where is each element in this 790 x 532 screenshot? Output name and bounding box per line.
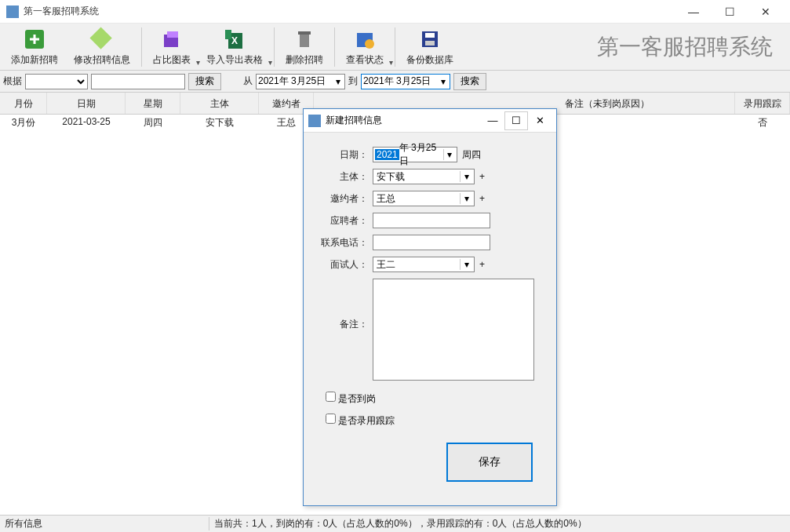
inviter-label: 邀约者： xyxy=(319,192,368,206)
window-title: 第一客服招聘系统 xyxy=(24,5,675,18)
applicant-input[interactable] xyxy=(373,213,490,228)
svg-rect-12 xyxy=(425,33,435,38)
remark-label: 备注： xyxy=(319,318,368,331)
svg-point-10 xyxy=(365,39,374,49)
inviter-select[interactable]: 王总▾ xyxy=(373,191,475,206)
add-icon xyxy=(22,27,47,52)
chart-button[interactable]: 占比图表 ▾ xyxy=(145,25,198,68)
svg-rect-5 xyxy=(225,30,231,39)
filter-by-select[interactable] xyxy=(25,74,88,89)
toolbar: 添加新招聘 修改招聘信息 占比图表 ▾ X 导入导出表格 ▾ 删除招聘 查看状态… xyxy=(0,24,790,71)
titlebar: 第一客服招聘系统 — ☐ ✕ xyxy=(0,0,790,24)
backup-db-button[interactable]: 备份数据库 xyxy=(399,25,461,68)
dialog-minimize-button[interactable]: — xyxy=(481,111,504,130)
dialog-close-button[interactable]: ✕ xyxy=(528,111,552,130)
chevron-down-icon[interactable]: ▾ xyxy=(389,58,393,67)
date-week: 周四 xyxy=(462,148,481,162)
status-info: 所有信息 xyxy=(5,517,209,530)
svg-text:X: X xyxy=(231,35,238,46)
filter-by-label: 根据 xyxy=(3,75,22,88)
excel-icon: X xyxy=(222,27,247,52)
dialog-title: 新建招聘信息 xyxy=(326,114,481,127)
date-to-select[interactable]: 2021年 3月25日▾ xyxy=(361,74,450,89)
close-button[interactable]: ✕ xyxy=(748,0,784,24)
brand-title: 第一客服招聘系统 xyxy=(461,32,787,62)
date-from-select[interactable]: 2021年 3月25日▾ xyxy=(256,74,345,89)
interviewer-label: 面试人： xyxy=(319,258,368,271)
inviter-add-button[interactable]: + xyxy=(479,193,485,204)
dialog-icon xyxy=(308,115,321,127)
date-label: 日期： xyxy=(319,148,368,162)
save-icon xyxy=(417,27,442,52)
svg-rect-1 xyxy=(89,27,111,49)
to-label: 到 xyxy=(348,75,358,88)
maximize-button[interactable]: ☐ xyxy=(712,0,748,24)
status-bar: 所有信息 当前共：1人，到岗的有：0人（占总人数的0%），录用跟踪的有：0人（占… xyxy=(0,515,790,532)
interviewer-add-button[interactable]: + xyxy=(479,259,485,270)
search-button-2[interactable]: 搜索 xyxy=(453,73,486,90)
col-month: 月份 xyxy=(0,93,47,114)
arrive-checkbox[interactable]: 是否到岗 xyxy=(326,392,541,406)
track-checkbox[interactable]: 是否录用跟踪 xyxy=(326,414,541,428)
svg-rect-7 xyxy=(300,35,309,47)
status-icon xyxy=(352,27,377,52)
svg-rect-13 xyxy=(425,41,435,46)
minimize-button[interactable]: — xyxy=(675,0,712,24)
filter-text-input[interactable] xyxy=(91,74,185,89)
svg-rect-8 xyxy=(298,31,311,35)
remark-textarea[interactable] xyxy=(373,279,534,381)
subject-add-button[interactable]: + xyxy=(479,171,485,182)
filter-bar: 根据 搜索 从 2021年 3月25日▾ 到 2021年 3月25日▾ 搜索 xyxy=(0,71,790,93)
svg-rect-3 xyxy=(167,31,178,38)
subject-label: 主体： xyxy=(319,170,368,184)
app-icon xyxy=(6,5,19,18)
new-recruit-dialog: 新建招聘信息 — ☐ ✕ 日期： 2021年 3月25日▾ 周四 主体： 安下载… xyxy=(303,108,557,506)
chevron-down-icon[interactable]: ▾ xyxy=(268,58,272,67)
phone-input[interactable] xyxy=(373,235,490,250)
col-track: 录用跟踪 xyxy=(735,93,790,114)
subject-select[interactable]: 安下载▾ xyxy=(373,169,475,184)
save-button[interactable]: 保存 xyxy=(446,443,533,482)
edit-recruit-button[interactable]: 修改招聘信息 xyxy=(66,25,138,68)
from-label: 从 xyxy=(243,75,253,88)
delete-recruit-button[interactable]: 删除招聘 xyxy=(278,25,331,68)
applicant-label: 应聘者： xyxy=(319,214,368,228)
import-export-button[interactable]: X 导入导出表格 ▾ xyxy=(198,25,271,68)
interviewer-select[interactable]: 王二▾ xyxy=(373,257,475,272)
dialog-maximize-button[interactable]: ☐ xyxy=(504,111,528,130)
trash-icon xyxy=(292,27,317,52)
search-button[interactable]: 搜索 xyxy=(188,73,221,90)
dialog-titlebar: 新建招聘信息 — ☐ ✕ xyxy=(304,109,556,133)
phone-label: 联系电话： xyxy=(319,236,368,250)
col-subject: 主体 xyxy=(180,93,259,114)
add-recruit-button[interactable]: 添加新招聘 xyxy=(3,25,66,68)
edit-icon xyxy=(89,27,115,52)
view-status-button[interactable]: 查看状态 ▾ xyxy=(338,25,391,68)
date-input[interactable]: 2021年 3月25日▾ xyxy=(373,147,457,162)
col-week: 星期 xyxy=(126,93,180,114)
chart-icon xyxy=(159,27,184,52)
status-stat: 当前共：1人，到岗的有：0人（占总人数的0%），录用跟踪的有：0人（占总人数的0… xyxy=(209,517,785,530)
col-date: 日期 xyxy=(47,93,126,114)
